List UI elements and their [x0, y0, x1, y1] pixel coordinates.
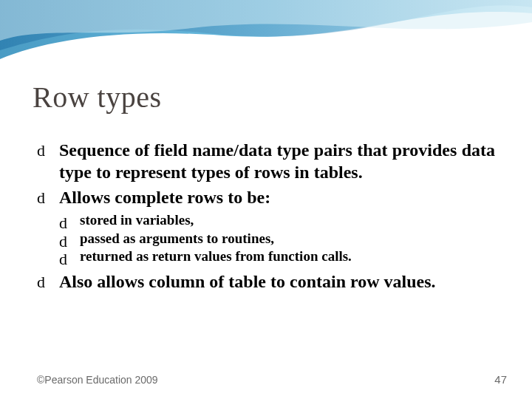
bullet-text: Sequence of field name/data type pairs t…	[59, 140, 495, 182]
sub-list: d stored in variables, d passed as argum…	[37, 211, 495, 266]
bullet-text: returned as return values from function …	[80, 248, 352, 264]
slide-title: Row types	[33, 80, 162, 115]
slide: Row types d Sequence of field name/data …	[0, 0, 532, 399]
bullet-marker-icon: d	[37, 140, 45, 161]
bullet-marker-icon: d	[37, 272, 45, 293]
bullet-item: d Sequence of field name/data type pairs…	[37, 139, 495, 183]
decorative-wave	[0, 0, 532, 89]
footer-copyright: ©Pearson Education 2009	[37, 374, 158, 386]
bullet-marker-icon: d	[59, 249, 67, 270]
bullet-marker-icon: d	[37, 188, 45, 208]
sub-bullet-item: d returned as return values from functio…	[59, 248, 495, 266]
sub-bullet-item: d stored in variables,	[59, 211, 495, 230]
bullet-text: Allows complete rows to be:	[59, 188, 270, 207]
bullet-text: passed as arguments to routines,	[80, 231, 274, 246]
page-number: 47	[494, 373, 507, 386]
bullet-text: Also allows column of table to contain r…	[59, 272, 436, 291]
bullet-item: d Also allows column of table to contain…	[37, 270, 495, 293]
sub-bullet-item: d passed as arguments to routines,	[59, 230, 495, 248]
content-area: d Sequence of field name/data type pairs…	[37, 139, 495, 296]
bullet-item: d Allows complete rows to be:	[37, 186, 495, 208]
bullet-text: stored in variables,	[80, 212, 194, 228]
